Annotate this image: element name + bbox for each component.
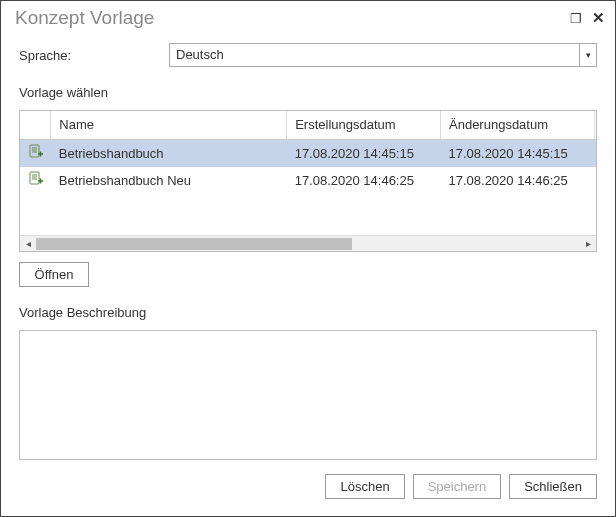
close-button[interactable]: Schließen — [509, 474, 597, 499]
language-value: Deutsch — [169, 43, 597, 67]
cell-size: 46 — [594, 139, 597, 167]
language-select[interactable]: Deutsch ▾ — [169, 43, 597, 67]
choose-template-label: Vorlage wählen — [19, 85, 597, 100]
language-row: Sprache: Deutsch ▾ — [19, 43, 597, 67]
save-button[interactable]: Speichern — [413, 474, 502, 499]
open-row: Öffnen — [19, 262, 597, 287]
footer-buttons: Löschen Speichern Schließen — [19, 474, 597, 499]
delete-button[interactable]: Löschen — [325, 474, 404, 499]
cell-created: 17.08.2020 14:45:15 — [287, 139, 441, 167]
maximize-icon[interactable]: ❐ — [570, 11, 582, 26]
cell-name: Betriebshandbuch Neu — [51, 167, 287, 194]
scroll-thumb[interactable] — [36, 238, 352, 250]
svg-rect-0 — [30, 145, 39, 157]
window-controls: ❐ ✕ — [570, 9, 605, 27]
open-button[interactable]: Öffnen — [19, 262, 89, 287]
svg-rect-4 — [30, 172, 39, 184]
grid-header-row: Name Erstellungsdatum Änderungsdatum Grö — [20, 111, 597, 139]
dialog-content: Sprache: Deutsch ▾ Vorlage wählen Name E… — [1, 33, 615, 513]
description-label: Vorlage Beschreibung — [19, 305, 597, 320]
grid-header-created[interactable]: Erstellungsdatum — [287, 111, 441, 139]
template-icon — [28, 171, 42, 187]
scroll-track[interactable] — [36, 236, 580, 251]
language-label: Sprache: — [19, 48, 169, 63]
table-row[interactable]: Betriebshandbuch17.08.2020 14:45:1517.08… — [20, 139, 597, 167]
grid-header-icon[interactable] — [20, 111, 51, 139]
titlebar: Konzept Vorlage ❐ ✕ — [1, 1, 615, 33]
cell-size: 46 — [594, 167, 597, 194]
scroll-right-icon[interactable]: ▸ — [580, 236, 596, 251]
grid-header-size[interactable]: Grö — [594, 111, 597, 139]
grid-header-name[interactable]: Name — [51, 111, 287, 139]
close-icon[interactable]: ✕ — [592, 9, 605, 27]
window-title: Konzept Vorlage — [15, 7, 154, 29]
cell-modified: 17.08.2020 14:45:15 — [441, 139, 595, 167]
cell-modified: 17.08.2020 14:46:25 — [441, 167, 595, 194]
template-icon — [28, 144, 42, 160]
chevron-down-icon[interactable]: ▾ — [579, 43, 597, 67]
horizontal-scrollbar[interactable]: ◂ ▸ — [20, 235, 596, 251]
template-grid[interactable]: Name Erstellungsdatum Änderungsdatum Grö… — [19, 110, 597, 252]
description-textarea[interactable] — [19, 330, 597, 460]
cell-name: Betriebshandbuch — [51, 139, 287, 167]
table-row[interactable]: Betriebshandbuch Neu17.08.2020 14:46:251… — [20, 167, 597, 194]
cell-created: 17.08.2020 14:46:25 — [287, 167, 441, 194]
grid-header-modified[interactable]: Änderungsdatum — [441, 111, 595, 139]
scroll-left-icon[interactable]: ◂ — [20, 236, 36, 251]
